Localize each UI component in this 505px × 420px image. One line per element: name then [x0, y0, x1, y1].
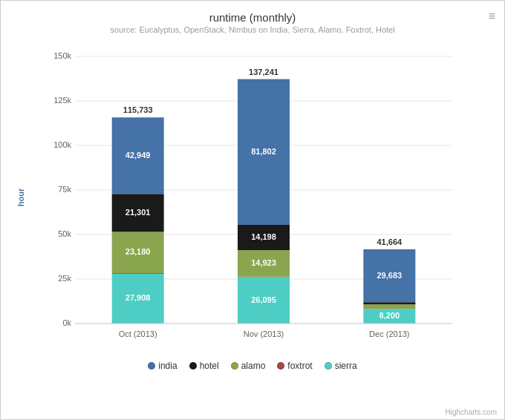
y-tick-label: 125k	[53, 96, 71, 105]
x-label-Dec (2013): Dec (2013)	[369, 329, 409, 338]
bar-label-Nov (2013)-hotel: 14,198	[251, 232, 276, 241]
legend: indiahotelalamofoxtrotsierra	[1, 356, 504, 375]
chart-container: runtime (monthly) source: Eucalyptus, Op…	[0, 0, 505, 420]
chart-plot-area: hour 150k125k100k75k50k25k0k27,90823,180…	[42, 42, 460, 353]
legend-label-sierra: sierra	[335, 361, 357, 371]
bar-label-Oct (2013)-alamo: 23,180	[126, 247, 151, 256]
y-tick-label: 25k	[58, 274, 71, 283]
bar-total-Oct (2013): 115,733	[123, 105, 153, 114]
legend-label-hotel: hotel	[200, 361, 219, 371]
hamburger-menu[interactable]: ≡	[489, 10, 495, 23]
chart-title: runtime (monthly)	[1, 11, 504, 24]
y-tick-label: 100k	[53, 140, 71, 149]
legend-item-hotel[interactable]: hotel	[189, 361, 219, 371]
y-tick-label: 75k	[58, 185, 71, 194]
bar-segment-Dec (2013)-alamo[interactable]	[363, 304, 415, 309]
legend-color-hotel	[189, 362, 197, 370]
legend-item-foxtrot[interactable]: foxtrot	[277, 361, 312, 371]
bar-segment-Nov (2013)-foxtrot[interactable]	[238, 277, 290, 278]
legend-label-india: india	[158, 361, 177, 371]
legend-color-alamo	[231, 362, 238, 370]
y-axis-label: hour	[16, 188, 25, 206]
legend-label-alamo: alamo	[241, 361, 266, 371]
highcharts-credit: Highcharts.com	[446, 408, 497, 416]
x-label-Oct (2013): Oct (2013)	[119, 329, 157, 338]
bar-label-Dec (2013)-india: 29,683	[377, 271, 403, 280]
legend-color-sierra	[325, 362, 332, 370]
chart-subtitle: source: Eucalyptus, OpenStack, Nimbus on…	[1, 25, 504, 34]
bar-total-Dec (2013): 41,664	[377, 237, 403, 246]
bar-label-Nov (2013)-sierra: 26,095	[251, 295, 276, 304]
chart-header: runtime (monthly) source: Eucalyptus, Op…	[1, 1, 504, 37]
bar-label-Dec (2013)-sierra: 8,200	[379, 311, 400, 320]
bar-segment-Dec (2013)-hotel[interactable]	[363, 302, 415, 304]
legend-color-foxtrot	[277, 362, 284, 370]
bar-label-Oct (2013)-india: 42,949	[126, 151, 151, 160]
y-tick-label: 150k	[53, 51, 71, 60]
chart-svg: 150k125k100k75k50k25k0k27,90823,18021,30…	[42, 42, 460, 353]
legend-item-alamo[interactable]: alamo	[231, 361, 266, 371]
legend-color-india	[148, 362, 155, 370]
bar-total-Nov (2013): 137,241	[249, 68, 278, 76]
bar-label-Nov (2013)-india: 81,802	[251, 147, 276, 156]
x-label-Nov (2013): Nov (2013)	[244, 329, 284, 338]
bar-segment-Oct (2013)-foxtrot[interactable]	[112, 273, 164, 274]
legend-item-sierra[interactable]: sierra	[325, 361, 357, 371]
legend-item-india[interactable]: india	[148, 361, 177, 371]
y-tick-label: 0k	[62, 318, 71, 327]
bar-label-Oct (2013)-sierra: 27,908	[126, 293, 151, 302]
bar-label-Oct (2013)-hotel: 21,301	[126, 208, 151, 217]
legend-label-foxtrot: foxtrot	[287, 361, 312, 371]
bar-label-Nov (2013)-alamo: 14,923	[251, 258, 276, 267]
y-tick-label: 50k	[58, 229, 71, 238]
